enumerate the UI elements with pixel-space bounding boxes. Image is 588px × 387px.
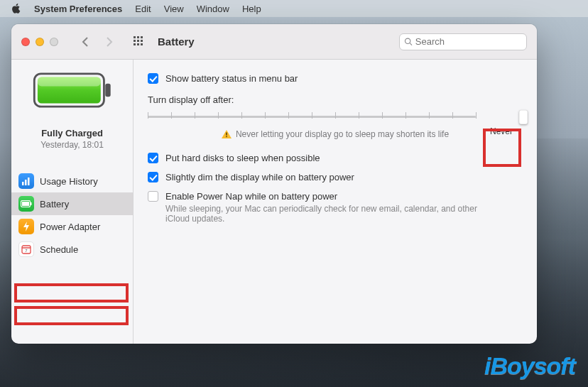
- menubar-app-name[interactable]: System Preferences: [34, 4, 122, 14]
- svg-rect-24: [226, 133, 227, 136]
- powernap-checkbox[interactable]: [148, 191, 158, 202]
- show-status-row[interactable]: Show battery status in menu bar: [148, 72, 523, 85]
- slider-heading: Turn display off after:: [148, 94, 523, 105]
- powernap-label: Enable Power Nap while on battery power: [165, 190, 478, 202]
- svg-rect-8: [141, 43, 143, 45]
- forward-button[interactable]: [105, 37, 114, 47]
- slider-never-label: Never: [480, 126, 523, 136]
- svg-rect-25: [226, 136, 227, 138]
- main-pane: Show battery status in menu bar Turn dis…: [134, 60, 537, 344]
- dim-row[interactable]: Slightly dim the display while on batter…: [148, 171, 523, 183]
- sidebar-item-label: Battery: [40, 199, 69, 209]
- menubar-item-edit[interactable]: Edit: [135, 4, 151, 14]
- sidebar: Fully Charged Yesterday, 18:01 Usage His…: [11, 60, 134, 344]
- svg-rect-7: [137, 43, 139, 45]
- battery-status-title: Fully Charged: [11, 128, 133, 138]
- menubar: System Preferences Edit View Window Help: [0, 0, 588, 17]
- power-adapter-icon: [18, 219, 34, 234]
- usage-history-icon: [18, 173, 34, 189]
- preferences-window: Battery Fully Char: [11, 24, 537, 344]
- search-input[interactable]: [415, 36, 522, 47]
- svg-line-10: [410, 43, 412, 45]
- sidebar-item-label: Usage History: [40, 176, 98, 187]
- svg-rect-20: [22, 202, 29, 206]
- svg-rect-15: [22, 182, 24, 185]
- sidebar-item-battery[interactable]: Battery: [11, 192, 133, 215]
- menubar-item-help[interactable]: Help: [242, 4, 261, 14]
- svg-rect-17: [28, 178, 30, 185]
- svg-rect-2: [141, 36, 143, 38]
- sidebar-item-schedule[interactable]: 7 Schedule: [11, 238, 133, 261]
- show-status-label: Show battery status in menu bar: [165, 72, 298, 85]
- svg-rect-3: [134, 40, 136, 42]
- hard-disks-row[interactable]: Put hard disks to sleep when possible: [148, 152, 523, 164]
- dim-label: Slightly dim the display while on batter…: [165, 171, 354, 183]
- schedule-icon: 7: [18, 241, 34, 257]
- warning-icon: [222, 130, 232, 138]
- dim-checkbox[interactable]: [148, 172, 158, 182]
- watermark: iBoysoft: [484, 352, 575, 380]
- search-field[interactable]: [399, 33, 527, 50]
- sidebar-item-label: Power Adapter: [40, 222, 100, 232]
- grid-icon[interactable]: [134, 36, 145, 48]
- window-title: Battery: [158, 36, 195, 48]
- slider-track[interactable]: [148, 111, 476, 122]
- menubar-item-view[interactable]: View: [164, 4, 184, 14]
- display-off-slider[interactable]: Never: [148, 111, 523, 122]
- powernap-desc: While sleeping, your Mac can periodicall…: [165, 204, 478, 224]
- slider-knob[interactable]: [519, 110, 528, 124]
- hard-disks-label: Put hard disks to sleep when possible: [165, 152, 320, 164]
- window-content: Fully Charged Yesterday, 18:01 Usage His…: [11, 60, 537, 344]
- window-titlebar: Battery: [11, 24, 537, 60]
- svg-point-9: [405, 38, 410, 43]
- battery-icon: [18, 196, 34, 212]
- svg-rect-4: [137, 40, 139, 42]
- slider-warning: Never letting your display go to sleep m…: [148, 129, 523, 139]
- svg-text:7: 7: [25, 249, 28, 253]
- show-status-checkbox[interactable]: [148, 73, 158, 84]
- traffic-lights: [21, 38, 58, 46]
- zoom-button[interactable]: [50, 38, 58, 46]
- apple-logo-icon: [11, 4, 21, 13]
- svg-rect-6: [134, 43, 136, 45]
- svg-rect-1: [137, 36, 139, 38]
- warning-text: Never letting your display go to sleep m…: [236, 129, 449, 139]
- svg-rect-0: [134, 36, 136, 38]
- battery-large-icon: [33, 72, 112, 108]
- sidebar-item-usage-history[interactable]: Usage History: [11, 170, 133, 192]
- svg-rect-16: [25, 180, 27, 185]
- powernap-row[interactable]: Enable Power Nap while on battery power …: [148, 190, 523, 224]
- back-button[interactable]: [81, 37, 89, 47]
- sidebar-item-label: Schedule: [40, 244, 78, 255]
- hard-disks-checkbox[interactable]: [148, 153, 158, 163]
- svg-rect-19: [31, 202, 32, 205]
- sidebar-item-power-adapter[interactable]: Power Adapter: [11, 215, 133, 238]
- close-button[interactable]: [21, 38, 30, 46]
- nav-buttons: [81, 37, 114, 47]
- svg-rect-5: [141, 40, 143, 42]
- battery-status-time: Yesterday, 18:01: [11, 140, 133, 150]
- svg-rect-14: [37, 77, 100, 86]
- svg-rect-12: [105, 84, 110, 97]
- minimize-button[interactable]: [36, 38, 44, 46]
- menubar-item-window[interactable]: Window: [197, 4, 229, 14]
- search-icon: [404, 37, 413, 46]
